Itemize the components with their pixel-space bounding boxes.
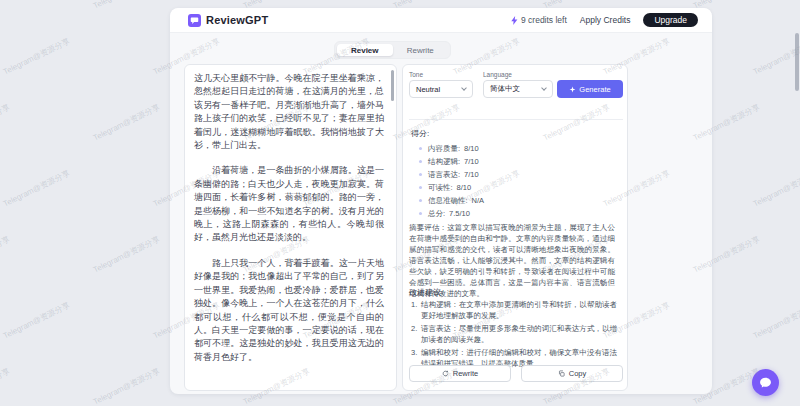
chevron-down-icon	[541, 85, 547, 91]
tab-review[interactable]: Review	[337, 44, 393, 56]
editor-scrollbar[interactable]	[391, 70, 394, 101]
divider	[409, 119, 623, 120]
rewrite-label: Rewrite	[453, 369, 478, 378]
watermark-text: Telegram@资源分享	[91, 234, 161, 276]
bullet-icon	[419, 147, 422, 150]
bullet-icon	[419, 212, 422, 215]
score-item: 可读性: 8/10	[419, 181, 484, 194]
suggestion-text: 结构逻辑：在文章中添加更清晰的引导和转折，以帮助读者更好地理解故事的发展。	[421, 300, 617, 321]
refresh-icon	[442, 370, 449, 377]
language-group: Language 简体中文	[483, 71, 553, 98]
score-item: 结构逻辑: 7/10	[419, 155, 484, 168]
editor-paragraph: 沿着荷塘，是一条曲折的小煤屑路。这是一条幽僻的路；白天也少人走，夜晚更加寂寞。荷…	[194, 164, 384, 244]
credits-indicator: 9 credits left	[511, 15, 567, 25]
tone-label: Tone	[409, 71, 473, 78]
score-value: 7/10	[464, 170, 479, 179]
bolt-icon	[511, 16, 518, 25]
watermark-text: Telegram@资源分享	[1, 168, 71, 210]
copy-button[interactable]: Copy	[521, 365, 623, 382]
upgrade-button[interactable]: Upgrade	[643, 13, 698, 28]
score-label: 语言表达:	[428, 170, 460, 180]
watermark-text: Telegram@资源分享	[0, 366, 12, 406]
tab-rewrite[interactable]: Rewrite	[393, 44, 449, 56]
score-item: 语言表达: 7/10	[419, 168, 484, 181]
watermark-text: Telegram@资源分享	[91, 102, 161, 144]
suggestion-item: 1. 结构逻辑：在文章中添加更清晰的引导和转折，以帮助读者更好地理解故事的发展。	[411, 300, 617, 321]
score-label: 结构逻辑:	[428, 157, 460, 167]
suggestions-heading: 改进建议:	[409, 287, 443, 298]
chat-bubble-icon	[759, 376, 772, 389]
suggestion-item: 2. 语言表达：尽量使用更多形象生动的词汇和表达方式，以增加读者的阅读兴趣。	[411, 324, 617, 345]
header-actions: 9 credits left Apply Credits Upgrade	[511, 13, 698, 28]
suggestion-text: 语言表达：尽量使用更多形象生动的词汇和表达方式，以增加读者的阅读兴趣。	[421, 324, 617, 345]
watermark-text: Telegram@资源分享	[1, 36, 71, 78]
editor-paragraph: 这几天心里颇不宁静。今晚在院子里坐着乘凉，忽然想起日日走过的荷塘，在这满月的光里…	[194, 72, 384, 152]
language-value: 简体中文	[490, 84, 520, 94]
header: ReviewGPT 9 credits left Apply Credits U…	[170, 8, 712, 33]
chevron-down-icon	[461, 85, 467, 91]
watermark-text: Telegram@资源分享	[751, 168, 800, 210]
bullet-icon	[419, 160, 422, 163]
watermark-text: Telegram@资源分享	[0, 102, 12, 144]
mode-tabs: Review Rewrite	[334, 41, 451, 59]
generate-label: Generate	[579, 85, 610, 94]
watermark-text: Telegram@资源分享	[0, 0, 12, 11]
score-item: 信息准确性: N/A	[419, 194, 484, 207]
watermark-text: Telegram@资源分享	[91, 0, 161, 11]
score-value: 7/10	[464, 157, 479, 166]
language-label: Language	[483, 71, 553, 78]
watermark-text: Telegram@资源分享	[1, 300, 71, 342]
score-item: 总分: 7.5/10	[419, 207, 484, 220]
result-actions: Rewrite Copy	[409, 365, 623, 382]
generate-button[interactable]: Generate	[557, 80, 623, 98]
score-label: 信息准确性:	[428, 196, 468, 206]
score-item: 内容质量: 8/10	[419, 142, 484, 155]
sparkle-icon	[569, 86, 576, 93]
score-value: 8/10	[464, 144, 479, 153]
language-select[interactable]: 简体中文	[483, 80, 553, 98]
brand: ReviewGPT	[188, 14, 268, 27]
editor-paragraph: 路上只我一个人，背着手踱着。这一片天地好像是我的；我也像超出了平常的自己，到了另…	[194, 257, 384, 364]
tone-value: Neutral	[416, 85, 440, 94]
watermark-text: Telegram@资源分享	[751, 36, 800, 78]
screen: ReviewGPT 9 credits left Apply Credits U…	[0, 0, 800, 406]
app-window: ReviewGPT 9 credits left Apply Credits U…	[170, 8, 712, 394]
tone-select[interactable]: Neutral	[409, 80, 473, 98]
copy-icon	[558, 370, 565, 377]
score-value: 8/10	[457, 183, 472, 192]
copy-label: Copy	[569, 369, 587, 378]
score-label: 可读性:	[428, 183, 453, 193]
score-label: 内容质量:	[428, 144, 460, 154]
chat-fab-button[interactable]	[752, 369, 779, 396]
tone-group: Tone Neutral	[409, 71, 473, 98]
watermark-text: Telegram@资源分享	[91, 366, 161, 406]
text-input-area[interactable]: 这几天心里颇不宁静。今晚在院子里坐着乘凉，忽然想起日日走过的荷塘，在这满月的光里…	[184, 64, 397, 391]
bullet-icon	[419, 173, 422, 176]
suggestion-number: 2.	[411, 324, 421, 345]
logo-icon	[188, 14, 201, 27]
page-scrollbar[interactable]	[795, 33, 799, 91]
suggestions-list: 1. 结构逻辑：在文章中添加更清晰的引导和转折，以帮助读者更好地理解故事的发展。…	[411, 300, 617, 372]
watermark-text: Telegram@资源分享	[751, 300, 800, 342]
apply-credits-link[interactable]: Apply Credits	[580, 15, 631, 25]
rewrite-button[interactable]: Rewrite	[409, 365, 511, 382]
app-title: ReviewGPT	[206, 14, 268, 26]
score-value: 7.5/10	[449, 209, 470, 218]
score-label: 总分:	[428, 209, 445, 219]
score-list: 内容质量: 8/10 结构逻辑: 7/10 语言表达: 7/10 可读性: 8/…	[419, 142, 484, 220]
score-heading: 得分:	[411, 128, 429, 139]
review-panel: Tone Neutral Language 简体中文 Generate	[402, 64, 628, 391]
score-value: N/A	[472, 196, 485, 205]
suggestion-number: 1.	[411, 300, 421, 321]
bullet-icon	[419, 186, 422, 189]
controls-row: Tone Neutral Language 简体中文 Generate	[409, 71, 623, 98]
bullet-icon	[419, 199, 422, 202]
watermark-text: Telegram@资源分享	[0, 234, 12, 276]
credits-label: 9 credits left	[521, 15, 567, 25]
